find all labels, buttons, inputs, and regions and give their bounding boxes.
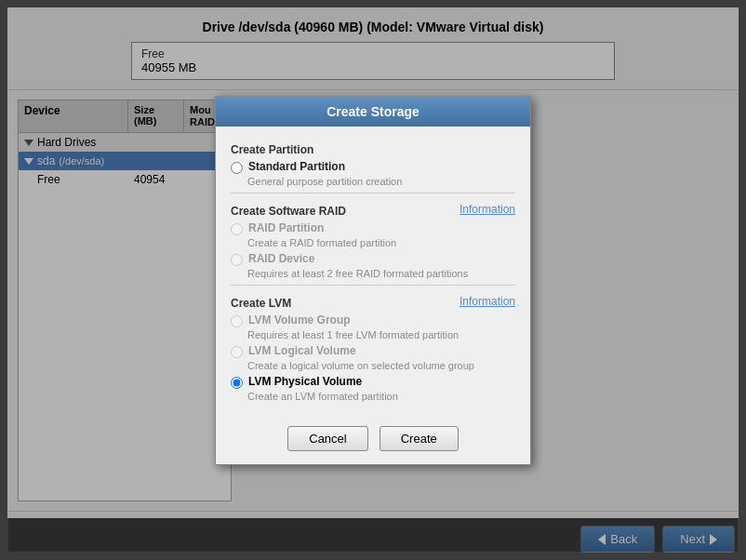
lvm-volume-group-desc: Requires at least 1 free LVM formated pa…: [247, 329, 515, 340]
lvm-physical-volume-label: LVM Physical Volume: [248, 375, 362, 388]
section-partition: Create Partition: [231, 143, 515, 156]
raid-info-link[interactable]: Information: [460, 203, 515, 216]
standard-partition-desc: General purpose partition creation: [247, 176, 515, 187]
standard-partition-option[interactable]: Standard Partition: [231, 160, 515, 174]
lvm-info-link[interactable]: Information: [460, 295, 515, 308]
raid-partition-label: RAID Partition: [248, 221, 324, 234]
standard-partition-label: Standard Partition: [248, 160, 345, 173]
raid-device-option[interactable]: RAID Device: [231, 252, 515, 266]
software-raid-section-row: Create Software RAID Information: [231, 199, 515, 221]
standard-partition-radio[interactable]: [231, 162, 243, 174]
lvm-physical-volume-option[interactable]: LVM Physical Volume: [231, 375, 515, 389]
modal-overlay: Create Storage Create Partition Standard…: [8, 8, 738, 552]
lvm-volume-group-option[interactable]: LVM Volume Group: [231, 313, 515, 327]
raid-partition-radio[interactable]: [231, 223, 243, 235]
create-storage-modal: Create Storage Create Partition Standard…: [215, 96, 531, 465]
lvm-physical-volume-desc: Create an LVM formated partition: [247, 391, 515, 402]
modal-title: Create Storage: [216, 97, 530, 127]
lvm-physical-volume-radio[interactable]: [231, 377, 243, 389]
lvm-logical-volume-radio[interactable]: [231, 346, 243, 358]
lvm-logical-volume-option[interactable]: LVM Logical Volume: [231, 344, 515, 358]
raid-partition-option[interactable]: RAID Partition: [231, 221, 515, 235]
lvm-volume-group-label: LVM Volume Group: [248, 313, 351, 327]
raid-partition-desc: Create a RAID formated partition: [247, 237, 515, 248]
modal-footer: Cancel Create: [216, 417, 530, 464]
raid-device-label: RAID Device: [248, 252, 314, 265]
raid-device-desc: Requires at least 2 free RAID formated p…: [247, 268, 515, 279]
modal-cancel-button[interactable]: Cancel: [287, 426, 367, 451]
modal-create-button[interactable]: Create: [380, 426, 459, 451]
modal-body: Create Partition Standard Partition Gene…: [216, 127, 530, 417]
section-lvm: Create LVM: [231, 297, 291, 310]
raid-device-radio[interactable]: [231, 254, 243, 266]
lvm-logical-volume-desc: Create a logical volume on selected volu…: [247, 360, 515, 371]
lvm-volume-group-radio[interactable]: [231, 315, 243, 327]
lvm-logical-volume-label: LVM Logical Volume: [248, 344, 356, 357]
lvm-section-row: Create LVM Information: [231, 291, 515, 313]
section-software-raid: Create Software RAID: [231, 205, 346, 218]
